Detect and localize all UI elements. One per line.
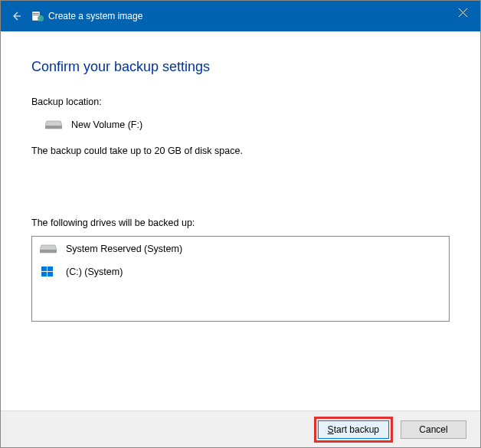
close-button[interactable] xyxy=(445,1,480,24)
svg-point-10 xyxy=(54,250,55,252)
drives-label: The following drives will be backed up: xyxy=(31,217,450,228)
svg-point-4 xyxy=(38,15,44,21)
close-icon xyxy=(459,8,467,17)
cancel-button[interactable]: Cancel xyxy=(401,420,466,439)
drive-item: (C:) (System) xyxy=(40,266,441,278)
drives-listbox: System Reserved (System) (C:) (System) xyxy=(31,236,450,322)
svg-rect-14 xyxy=(47,272,53,276)
drive-name: (C:) (System) xyxy=(66,267,123,277)
svg-point-8 xyxy=(59,126,61,128)
page-title: Confirm your backup settings xyxy=(31,59,450,75)
svg-rect-11 xyxy=(41,267,47,271)
wizard-icon xyxy=(31,10,44,22)
highlight-annotation: Start backup xyxy=(314,417,393,443)
svg-rect-13 xyxy=(41,272,47,276)
start-backup-button[interactable]: Start backup xyxy=(318,420,389,439)
backup-location-value: New Volume (F:) xyxy=(71,119,142,130)
drive-item: System Reserved (System) xyxy=(40,243,441,255)
svg-rect-12 xyxy=(47,267,53,271)
hard-drive-icon xyxy=(45,119,62,130)
backup-location-label: Backup location: xyxy=(31,96,450,107)
wizard-content: Confirm your backup settings Backup loca… xyxy=(1,31,480,337)
button-bar: Start backup Cancel xyxy=(1,410,480,447)
windows-drive-icon xyxy=(40,266,57,278)
back-arrow-icon xyxy=(10,10,22,22)
back-button[interactable] xyxy=(7,7,25,25)
titlebar: Create a system image xyxy=(1,1,480,31)
hard-drive-icon xyxy=(40,243,57,255)
drive-name: System Reserved (System) xyxy=(66,244,182,254)
backup-location-row: New Volume (F:) xyxy=(45,119,450,130)
size-estimate: The backup could take up to 20 GB of dis… xyxy=(31,146,450,156)
svg-rect-2 xyxy=(33,13,39,14)
window-title: Create a system image xyxy=(48,11,142,21)
svg-rect-3 xyxy=(33,15,39,15)
